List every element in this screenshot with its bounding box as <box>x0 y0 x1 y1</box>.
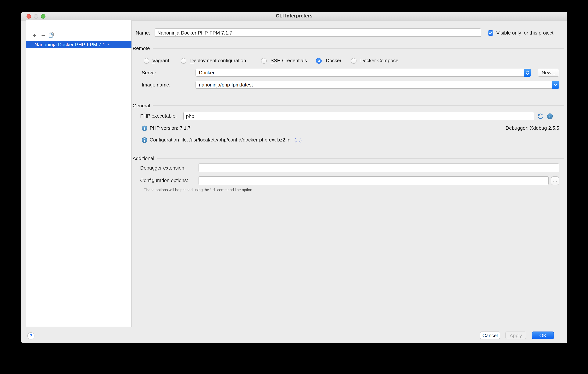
new-server-button[interactable]: New... <box>538 69 559 77</box>
php-version-info-icon <box>142 126 147 131</box>
section-rule <box>157 158 564 158</box>
server-label: Server: <box>142 70 158 76</box>
name-input[interactable] <box>155 28 481 37</box>
image-name-value: nanoninja/php-fpm:latest <box>199 82 253 88</box>
apply-button[interactable]: Apply <box>505 331 526 339</box>
interpreters-list-panel: + − Nanoninja Docker PHP-FPM 7.1.7 <box>26 20 132 327</box>
config-file-text: Configuration file: /usr/local/etc/php/c… <box>150 137 292 143</box>
copy-interpreter-icon[interactable] <box>48 32 55 38</box>
window-title: CLI Interpreters <box>21 12 567 20</box>
image-name-combobox[interactable]: nanoninja/php-fpm:latest <box>196 81 559 89</box>
screen: CLI Interpreters + − Nanoninja Docker PH… <box>0 0 588 374</box>
general-section-title: General <box>133 103 150 108</box>
cancel-button[interactable]: Cancel <box>480 331 500 339</box>
check-icon <box>488 31 493 35</box>
ok-button[interactable]: OK <box>532 331 554 339</box>
reload-php-info-icon[interactable] <box>538 113 543 119</box>
image-name-dropdown-icon[interactable] <box>552 81 559 89</box>
radio-ssh-credentials[interactable] <box>261 58 267 64</box>
browse-options-button[interactable]: ... <box>551 176 559 185</box>
debugger-extension-input[interactable] <box>199 164 559 172</box>
name-label: Name: <box>136 30 150 36</box>
server-select-stepper-icon[interactable] <box>524 69 531 77</box>
section-rule <box>153 105 564 106</box>
radio-docker-compose-label[interactable]: Docker Compose <box>360 58 398 64</box>
visible-only-label: Visible only for this project <box>496 30 554 36</box>
cli-interpreters-dialog: CLI Interpreters + − Nanoninja Docker PH… <box>21 12 567 343</box>
php-executable-input[interactable] <box>183 112 534 120</box>
config-file-info-icon <box>142 137 147 143</box>
section-rule <box>152 48 564 48</box>
radio-vagrant-label[interactable]: Vagrant <box>152 58 169 64</box>
radio-ssh-credentials-label[interactable]: SSH Credentials <box>271 58 307 64</box>
additional-section-header: Additional <box>133 155 564 161</box>
configuration-options-input[interactable] <box>199 176 549 185</box>
php-executable-info-icon[interactable] <box>547 113 553 119</box>
config-file-row: Configuration file: /usr/local/etc/php/c… <box>150 137 302 143</box>
visible-only-checkbox[interactable] <box>488 30 493 36</box>
php-version-text: PHP version: 7.1.7 <box>150 125 190 131</box>
title-bar[interactable]: CLI Interpreters <box>21 12 567 21</box>
list-item[interactable]: Nanoninja Docker PHP-FPM 7.1.7 <box>26 41 131 48</box>
server-select-value: Docker <box>199 70 214 76</box>
debugger-extension-label: Debugger extension: <box>140 165 186 171</box>
radio-docker-label[interactable]: Docker <box>326 58 341 64</box>
image-name-label: Image name: <box>142 82 170 88</box>
configuration-options-label: Configuration options: <box>140 177 188 184</box>
radio-vagrant[interactable] <box>144 58 149 64</box>
radio-deployment-configuration[interactable] <box>181 58 186 64</box>
help-button[interactable]: ? <box>27 332 34 340</box>
remote-section-title: Remote <box>133 45 150 51</box>
remote-section-header: Remote <box>133 45 564 51</box>
server-select[interactable]: Docker <box>196 69 531 77</box>
radio-docker-compose[interactable] <box>351 58 357 64</box>
list-item-label: Nanoninja Docker PHP-FPM 7.1.7 <box>34 42 109 47</box>
php-executable-label: PHP executable: <box>140 113 177 119</box>
radio-deployment-configuration-label[interactable]: Deployment configuration <box>190 58 246 64</box>
options-note: These options will be passed using the "… <box>144 188 252 192</box>
general-section-header: General <box>133 102 564 109</box>
add-interpreter-button[interactable]: + <box>31 32 38 39</box>
remove-interpreter-button[interactable]: − <box>40 32 47 39</box>
config-file-show-link[interactable]: (...) <box>294 137 302 143</box>
debugger-version-text: Debugger: Xdebug 2.5.5 <box>506 125 559 131</box>
radio-docker[interactable] <box>316 58 322 64</box>
additional-section-title: Additional <box>133 155 154 161</box>
